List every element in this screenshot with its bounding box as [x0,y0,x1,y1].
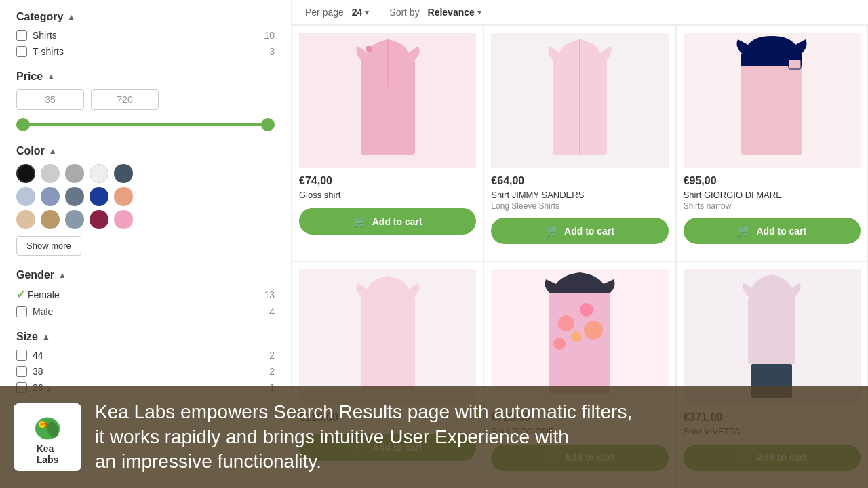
kea-logo-inner: KeaLabs [27,409,68,465]
sort-dropdown-icon[interactable]: ▾ [477,7,481,17]
svg-rect-8 [361,296,415,391]
kea-bird-icon [27,409,68,443]
size-item-38[interactable]: 38 2 [16,366,275,377]
svg-point-14 [553,338,566,350]
color-grid [16,164,275,229]
female-check-icon: ✓ [16,288,25,301]
topbar: Per page 24 ▾ Sort by Relevance ▾ [292,0,868,25]
size-checkbox-44[interactable] [16,350,27,361]
color-swatch-slate[interactable] [65,187,84,206]
gender-title: Gender ▲ [16,269,275,281]
color-swatch-gray[interactable] [65,164,84,183]
add-to-cart-button-1[interactable]: 🛒 Add to cart [299,208,476,235]
color-swatch-dark-slate[interactable] [114,164,133,183]
per-page-select[interactable]: Per page 24 ▾ [305,7,369,18]
product-card-1: €74,00 Gloss shirt 🛒 Add to cart [292,25,484,262]
price-title: Price ▲ [16,70,275,83]
size-filter: Size ▲ 44 2 38 2 36-s 1 [16,331,275,393]
range-thumb-right[interactable] [261,118,275,131]
product-image-4 [299,269,476,405]
color-swatch-navy[interactable] [90,187,108,206]
svg-point-10 [558,315,574,331]
svg-point-13 [584,321,603,340]
product-sub-2: Long Sleeve Shirts [491,201,559,211]
category-item-shirts[interactable]: Shirts 10 [16,30,275,41]
size-title: Size ▲ [16,331,275,343]
color-swatch-black[interactable] [16,164,35,183]
color-swatch-tan[interactable] [16,210,35,229]
category-filter: Category ▲ Shirts 10 T-shirts 3 [16,11,275,57]
price-range-slider[interactable] [16,118,275,131]
color-swatch-blue-gray2[interactable] [65,210,84,229]
show-more-button[interactable]: Show more [16,236,81,256]
size-checkbox-38[interactable] [16,366,27,377]
product-image-5 [491,269,668,405]
gender-item-female[interactable]: ✓ Female 13 [16,288,275,301]
banner-text: Kea Labs empowers Search Results page wi… [95,400,632,474]
product-card-2: €64,00 Shirt JIMMY SANDERS Long Sleeve S… [484,25,675,262]
product-price-1: €74,00 [299,175,332,187]
product-name-1: Gloss shirt [299,190,340,200]
gender-filter: Gender ▲ ✓ Female 13 Male 4 [16,269,275,317]
price-inputs [16,89,275,110]
product-image-6 [684,269,861,405]
price-min-input[interactable] [16,89,84,110]
svg-rect-2 [366,46,372,52]
gender-item-male[interactable]: Male 4 [16,306,275,317]
color-swatch-blue-gray[interactable] [41,187,60,206]
range-track [16,123,275,126]
price-max-input[interactable] [91,89,159,110]
gender-arrow-icon[interactable]: ▲ [58,270,66,280]
svg-rect-7 [789,60,801,69]
cart-icon-2: 🛒 [545,224,559,237]
gender-checkbox-male[interactable] [16,306,27,317]
product-card-3: €95,00 Shirt GIORGIO DI MARE Shirts narr… [676,25,868,262]
bottom-banner: KeaLabs Kea Labs empowers Search Results… [0,386,868,488]
product-image-2 [491,33,668,168]
product-price-3: €95,00 [684,175,717,187]
size-arrow-icon[interactable]: ▲ [42,332,50,342]
add-to-cart-button-3[interactable]: 🛒 Add to cart [684,218,861,244]
category-item-tshirts[interactable]: T-shirts 3 [16,46,275,57]
kea-labs-logo: KeaLabs [14,403,81,471]
color-swatch-white[interactable] [90,164,108,183]
color-swatch-pink[interactable] [114,210,133,229]
add-to-cart-button-2[interactable]: 🛒 Add to cart [491,218,668,244]
category-checkbox-shirts[interactable] [16,30,27,41]
color-swatch-salmon[interactable] [114,187,133,206]
sort-select[interactable]: Sort by Relevance ▾ [389,7,481,18]
color-swatch-light-gray[interactable] [41,164,60,183]
category-title: Category ▲ [16,11,275,23]
svg-point-12 [571,331,582,342]
color-swatch-light-blue[interactable] [16,187,35,206]
kea-logo-text: KeaLabs [37,443,59,465]
category-checkbox-tshirts[interactable] [16,46,27,57]
product-name-3: Shirt GIORGIO DI MARE [684,190,782,200]
product-image-1 [299,33,476,168]
price-arrow-icon[interactable]: ▲ [47,72,55,81]
color-filter: Color ▲ [16,145,275,256]
color-title: Color ▲ [16,145,275,157]
per-page-dropdown-icon[interactable]: ▾ [365,7,369,17]
size-item-44[interactable]: 44 2 [16,350,275,361]
svg-point-11 [580,303,593,317]
range-thumb-left[interactable] [16,118,30,131]
color-swatch-brown[interactable] [41,210,60,229]
cart-icon-1: 🛒 [353,215,367,228]
category-arrow-icon[interactable]: ▲ [67,12,75,22]
product-sub-3: Shirts narrow [684,201,732,211]
price-filter: Price ▲ [16,70,275,131]
product-name-2: Shirt JIMMY SANDERS [491,190,584,200]
product-image-3 [684,33,861,168]
color-swatch-dark-pink[interactable] [90,210,108,229]
product-price-2: €64,00 [491,175,524,187]
color-arrow-icon[interactable]: ▲ [49,146,57,156]
cart-icon-3: 🛒 [737,224,751,237]
svg-rect-15 [748,296,795,364]
